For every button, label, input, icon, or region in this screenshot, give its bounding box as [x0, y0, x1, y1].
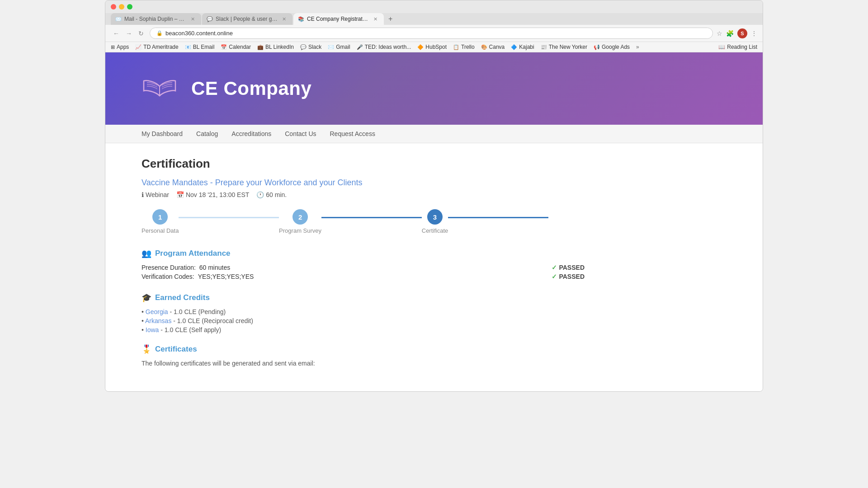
bookmark-slack[interactable]: 💬 Slack — [300, 44, 321, 50]
tab-ce-close[interactable]: ✕ — [373, 16, 377, 22]
nav-dashboard[interactable]: My Dashboard — [142, 125, 183, 143]
tab-mail[interactable]: ✉️ Mail - Sophia Duplin – Outlook ✕ — [111, 13, 201, 25]
bookmark-canva-label: Canva — [489, 44, 505, 50]
step-1-circle: 1 — [152, 209, 168, 225]
webinar-title[interactable]: Vaccine Mandates - Prepare your Workforc… — [142, 178, 612, 188]
bookmark-gmail[interactable]: ✉️ Gmail — [328, 44, 350, 50]
bookmark-td[interactable]: 📈 TD Ameritrade — [135, 44, 178, 50]
tab-slack[interactable]: 💬 Slack | People & user groups ✕ — [202, 13, 292, 25]
bookmark-star-icon[interactable]: ☆ — [717, 30, 722, 37]
ce-tab-icon: 📚 — [298, 16, 304, 22]
webinar-type: ℹ Webinar — [142, 191, 169, 198]
webinar-type-icon: ℹ — [142, 191, 144, 198]
bookmark-kajabi[interactable]: 🔷 Kajabi — [511, 44, 534, 50]
credit-item-1: • Arkansas - 1.0 CLE (Reciprocal credit) — [142, 317, 612, 324]
company-name: CE Company — [191, 78, 311, 99]
credits-heading: 🎓 Earned Credits — [142, 293, 612, 303]
bookmark-canva[interactable]: 🎨 Canva — [481, 44, 505, 50]
blemail-icon: 📧 — [185, 44, 191, 50]
browser-window: ✉️ Mail - Sophia Duplin – Outlook ✕ 💬 Sl… — [105, 0, 763, 392]
reload-button[interactable]: ↻ — [136, 29, 146, 38]
new-tab-button[interactable]: + — [385, 13, 396, 25]
webinar-date: 📅 Nov 18 '21, 13:00 EST — [176, 191, 249, 198]
bookmark-calendar[interactable]: 📅 Calendar — [221, 44, 251, 50]
credit-value-0: - 1.0 CLE (Pending) — [170, 308, 226, 315]
bookmark-newyorker[interactable]: 📰 The New Yorker — [541, 44, 587, 50]
certificates-heading: 🎖️ Certificates — [142, 344, 612, 354]
bookmark-calendar-label: Calendar — [229, 44, 251, 50]
bookmark-apps[interactable]: ⊞ Apps — [111, 44, 129, 50]
step-1-wrapper: 1 Personal Data — [142, 209, 179, 234]
credit-item-0: • Georgia - 1.0 CLE (Pending) — [142, 308, 612, 315]
step-connector-1-2 — [179, 217, 279, 218]
bookmark-td-label: TD Ameritrade — [143, 44, 178, 50]
profile-avatar[interactable]: S — [737, 28, 747, 38]
bookmark-bllinkedin[interactable]: 💼 BL LinkedIn — [257, 44, 294, 50]
back-button[interactable]: ← — [111, 29, 122, 38]
bookmark-hubspot[interactable]: 🔶 HubSpot — [417, 44, 447, 50]
presence-value: 60 minutes — [199, 264, 230, 271]
nav-catalog[interactable]: Catalog — [196, 125, 218, 143]
webinar-duration: 🕐 60 min. — [256, 191, 287, 198]
ted-icon: 🎤 — [357, 44, 363, 50]
bookmark-trello[interactable]: 📋 Trello — [453, 44, 475, 50]
bookmark-gmail-label: Gmail — [336, 44, 350, 50]
nav-request[interactable]: Request Access — [330, 125, 375, 143]
credit-value-2: - 1.0 CLE (Self apply) — [160, 326, 221, 333]
checkmark-2: ✓ — [552, 273, 557, 280]
status-2-text: PASSED — [559, 273, 585, 280]
omnibar-actions: ☆ 🧩 S ⋮ — [717, 28, 757, 38]
gmail-icon: ✉️ — [328, 44, 334, 50]
tab-mail-close[interactable]: ✕ — [191, 16, 195, 22]
certificate-icon: 🎖️ — [142, 344, 151, 354]
bookmark-blemail[interactable]: 📧 BL Email — [185, 44, 215, 50]
more-options-icon[interactable]: ⋮ — [751, 30, 757, 37]
tab-ce[interactable]: 📚 CE Company Registration ✕ — [293, 13, 384, 25]
nav-contact[interactable]: Contact Us — [285, 125, 316, 143]
verification-codes-row: Verification Codes: YES;YES;YES;YES — [142, 273, 552, 280]
clock-icon: 🕐 — [256, 191, 264, 198]
credit-state-1[interactable]: Arkansas — [145, 317, 171, 324]
maximize-button[interactable] — [127, 4, 132, 9]
apps-icon: ⊞ — [111, 44, 115, 50]
attendance-heading: 👥 Program Attendance — [142, 249, 612, 258]
attendance-details: Presence Duration: 60 minutes Verificati… — [142, 264, 552, 282]
step-2-label: Program Survey — [279, 227, 321, 234]
mail-tab-icon: ✉️ — [115, 16, 122, 22]
omnibar: ← → ↻ 🔒 beacon360.content.online ☆ 🧩 S ⋮ — [105, 25, 763, 42]
minimize-button[interactable] — [119, 4, 124, 9]
verification-label: Verification Codes: — [142, 273, 194, 280]
step-connector-3-end — [448, 217, 548, 218]
step-3-circle: 3 — [427, 209, 443, 225]
bllinkedin-icon: 💼 — [257, 44, 264, 50]
nav-accreditations[interactable]: Accreditations — [231, 125, 271, 143]
presence-label: Presence Duration: — [142, 264, 196, 271]
credits-section: 🎓 Earned Credits • Georgia - 1.0 CLE (Pe… — [142, 293, 612, 333]
credit-value-1: - 1.0 CLE (Reciprocal credit) — [173, 317, 253, 324]
credit-state-0[interactable]: Georgia — [146, 308, 168, 315]
bookmarks-more-button[interactable]: » — [636, 44, 639, 50]
credit-state-2[interactable]: Iowa — [146, 326, 159, 333]
bookmark-apps-label: Apps — [117, 44, 129, 50]
address-bar[interactable]: 🔒 beacon360.content.online — [150, 28, 713, 39]
checkmark-1: ✓ — [552, 264, 557, 271]
tabs-bar: ✉️ Mail - Sophia Duplin – Outlook ✕ 💬 Sl… — [105, 13, 763, 25]
googleads-icon: 📢 — [594, 44, 600, 50]
page-content: CE Company My Dashboard Catalog Accredit… — [105, 52, 763, 391]
bookmark-googleads[interactable]: 📢 Google Ads — [594, 44, 630, 50]
credits-icon: 🎓 — [142, 293, 151, 303]
forward-button[interactable]: → — [123, 29, 134, 38]
step-1-label: Personal Data — [142, 227, 179, 234]
bookmark-kajabi-label: Kajabi — [519, 44, 534, 50]
extensions-icon[interactable]: 🧩 — [726, 30, 734, 37]
bookmark-ted[interactable]: 🎤 TED: Ideas worth... — [357, 44, 411, 50]
reading-list-button[interactable]: 📖 Reading List — [718, 44, 757, 50]
close-button[interactable] — [111, 4, 116, 9]
bookmark-newyorker-label: The New Yorker — [549, 44, 587, 50]
bookmark-hubspot-label: HubSpot — [425, 44, 447, 50]
webinar-meta: ℹ Webinar 📅 Nov 18 '21, 13:00 EST 🕐 60 m… — [142, 191, 612, 198]
tab-slack-close[interactable]: ✕ — [282, 16, 286, 22]
tab-ce-label: CE Company Registration — [307, 16, 369, 22]
reading-list-label: Reading List — [727, 44, 757, 50]
certificate-description: The following certificates will be gener… — [142, 360, 612, 367]
